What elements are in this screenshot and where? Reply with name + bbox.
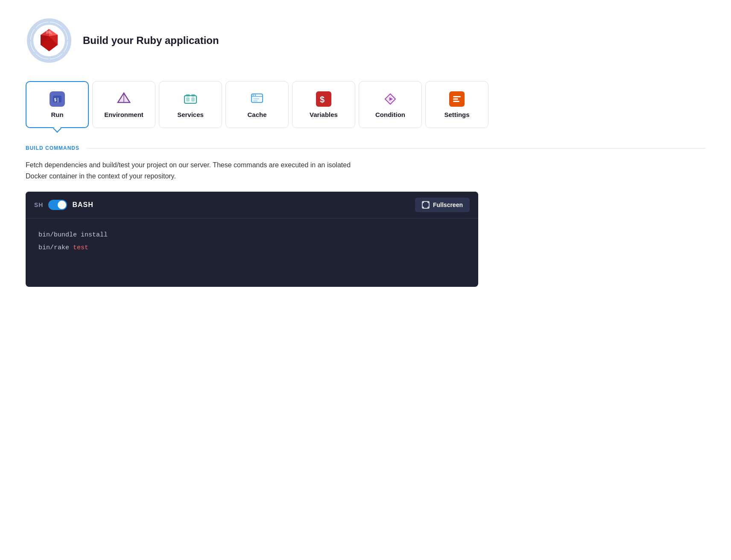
tab-wrapper-environment: Environment — [92, 81, 155, 128]
fullscreen-button[interactable]: Fullscreen — [415, 198, 470, 212]
section-divider — [86, 148, 705, 149]
tab-condition[interactable]: Condition — [359, 81, 422, 128]
svg-rect-24 — [253, 98, 259, 99]
terminal-body[interactable]: bin/bundle install bin/rake test — [26, 219, 478, 287]
tab-run[interactable]: $| Run — [26, 81, 89, 128]
tab-settings-label: Settings — [444, 111, 469, 118]
bash-label: BASH — [72, 201, 93, 209]
services-icon — [183, 91, 198, 107]
terminal-left: SH BASH — [34, 200, 94, 210]
page-title: Build your Ruby application — [83, 35, 219, 47]
variables-icon: $ — [316, 91, 331, 107]
tab-cache[interactable]: Cache — [225, 81, 289, 128]
terminal-header: SH BASH Fullscreen — [26, 192, 478, 219]
bash-toggle[interactable] — [48, 200, 67, 210]
code-line-2: bin/rake test — [38, 242, 465, 254]
toggle-knob — [58, 201, 66, 209]
settings-icon — [449, 91, 465, 107]
app-logo — [26, 17, 73, 64]
sh-label: SH — [34, 201, 43, 208]
cache-icon — [249, 91, 265, 107]
svg-rect-17 — [191, 97, 195, 102]
svg-point-23 — [255, 94, 256, 96]
code-line-1: bin/bundle install — [38, 229, 465, 242]
tab-wrapper-settings: Settings — [425, 81, 488, 128]
code-line-2-highlight: test — [73, 244, 88, 251]
svg-rect-25 — [253, 100, 257, 102]
tab-run-label: Run — [51, 111, 63, 118]
tab-cache-label: Cache — [247, 111, 266, 118]
svg-rect-34 — [453, 101, 459, 102]
tab-environment[interactable]: Environment — [92, 81, 155, 128]
fullscreen-label: Fullscreen — [433, 201, 463, 208]
svg-rect-33 — [453, 98, 458, 99]
page-header: Build your Ruby application — [26, 17, 705, 64]
tab-environment-label: Environment — [104, 111, 143, 118]
tab-settings[interactable]: Settings — [425, 81, 488, 128]
tab-variables-label: Variables — [310, 111, 338, 118]
tab-wrapper-cache: Cache — [225, 81, 289, 128]
svg-point-22 — [253, 94, 254, 96]
tab-wrapper-condition: Condition — [359, 81, 422, 128]
condition-icon — [383, 91, 398, 107]
section-description: Fetch dependencies and build/test your p… — [26, 160, 359, 181]
svg-rect-16 — [186, 97, 190, 102]
terminal-container: SH BASH Fullscreen bin/bundle install bi… — [26, 192, 478, 287]
environment-icon — [116, 91, 132, 107]
tab-variables[interactable]: $ Variables — [292, 81, 355, 128]
tab-wrapper-services: Services — [159, 81, 222, 128]
svg-rect-18 — [186, 94, 190, 96]
tab-condition-label: Condition — [375, 111, 405, 118]
tab-services[interactable]: Services — [159, 81, 222, 128]
tab-services-label: Services — [177, 111, 204, 118]
code-line-2-prefix: bin/rake — [38, 244, 73, 251]
section-header: BUILD COMMANDS — [26, 145, 705, 151]
section-title: BUILD COMMANDS — [26, 145, 79, 151]
svg-rect-19 — [191, 94, 195, 96]
svg-rect-32 — [453, 96, 461, 97]
fullscreen-icon — [422, 201, 430, 209]
run-icon: $| — [50, 91, 65, 107]
tab-bar: $| Run Environment — [26, 81, 705, 128]
tab-wrapper-variables: $ Variables — [292, 81, 355, 128]
tab-wrapper-run: $| Run — [26, 81, 89, 128]
svg-text:$|: $| — [54, 97, 59, 102]
svg-text:$: $ — [320, 95, 325, 104]
